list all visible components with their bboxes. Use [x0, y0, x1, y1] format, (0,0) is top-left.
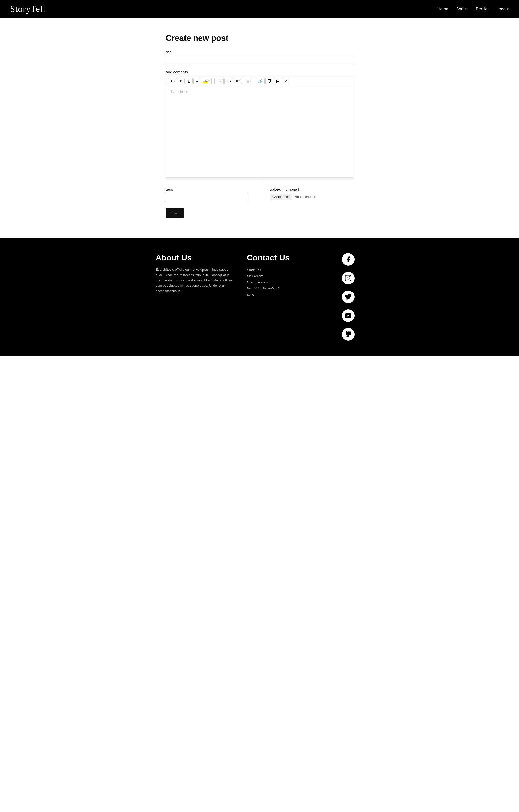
navbar: StoryTell Home Write Profile Logout — [0, 0, 519, 18]
table-toolbar-btn[interactable]: ⊞ ▾ — [245, 78, 253, 84]
fullscreen-toolbar-btn[interactable]: ⤢ — [282, 78, 289, 84]
post-button[interactable]: post — [166, 208, 184, 218]
about-text: Et architecto officiis eum et voluptas m… — [156, 267, 237, 294]
fullscreen-icon: ⤢ — [284, 79, 287, 83]
video-toolbar-btn[interactable]: ▶ — [274, 78, 281, 84]
image-toolbar-btn[interactable]: 🖼 — [265, 78, 273, 84]
github-icon[interactable] — [342, 328, 355, 341]
magic-chevron-icon: ▾ — [173, 80, 175, 82]
choose-file-button[interactable]: Choose file — [270, 194, 293, 200]
list-u-chevron-icon: ▾ — [220, 80, 221, 82]
align-chevron-icon: ▾ — [239, 80, 240, 82]
twitter-icon[interactable] — [342, 291, 355, 303]
facebook-icon[interactable] — [342, 253, 355, 266]
resize-handle-icon: •• — [258, 177, 261, 180]
color-a-icon: A — [203, 79, 208, 83]
toolbar-sep-1 — [213, 79, 213, 84]
color-chevron-icon: ▾ — [208, 80, 210, 82]
upload-section: upload thumbnail Choose file No file cho… — [270, 187, 353, 200]
list-unordered-toolbar-btn[interactable]: ☰ ▾ — [214, 78, 223, 84]
link-toolbar-btn[interactable]: 🔗 — [256, 78, 265, 84]
svg-rect-0 — [345, 275, 351, 281]
contents-label: add contents — [166, 70, 353, 74]
toolbar-sep-2 — [243, 79, 243, 84]
bold-toolbar-btn[interactable]: B — [177, 78, 185, 84]
footer-social — [333, 253, 363, 341]
link-icon: 🔗 — [258, 79, 263, 83]
about-heading: About Us — [156, 253, 237, 262]
color-toolbar-btn[interactable]: A ▾ — [201, 78, 212, 84]
nav-home-link[interactable]: Home — [437, 7, 448, 11]
svg-point-1 — [347, 277, 349, 279]
tags-label: tags — [166, 187, 249, 192]
image-icon: 🖼 — [267, 79, 271, 83]
instagram-icon[interactable] — [342, 272, 355, 284]
title-label: title — [166, 50, 353, 54]
file-input-wrapper: Choose file No file chosen — [270, 194, 353, 200]
video-icon: ▶ — [276, 79, 279, 83]
align-toolbar-btn[interactable]: ≡ ▾ — [234, 78, 242, 84]
contact-line-3: Example.com — [247, 280, 268, 284]
nav-links: Home Write Profile Logout — [437, 7, 509, 11]
magic-toolbar-btn[interactable]: ✦ ▾ — [168, 78, 177, 84]
youtube-icon[interactable] — [342, 309, 355, 322]
table-chevron-icon: ▾ — [250, 80, 251, 82]
editor-resize-bar[interactable]: •• — [166, 177, 353, 180]
tags-input[interactable] — [166, 193, 249, 201]
list-ordered-toolbar-btn[interactable]: ≣ ▾ — [224, 78, 233, 84]
site-logo: StoryTell — [10, 4, 45, 14]
contact-line-1: Email Us — [247, 268, 261, 272]
list-o-chevron-icon: ▾ — [230, 80, 231, 82]
nav-write-link[interactable]: Write — [458, 7, 467, 11]
editor-body[interactable]: Type here !! — [166, 86, 353, 177]
table-icon: ⊞ — [247, 79, 250, 83]
nav-profile-link[interactable]: Profile — [476, 7, 487, 11]
magic-icon: ✦ — [170, 79, 173, 83]
contact-heading: Contact Us — [247, 253, 328, 262]
underline-toolbar-btn[interactable]: U — [186, 78, 193, 84]
contact-address: Email Us Visit us at: Example.com Box 56… — [247, 267, 328, 298]
italic-toolbar-btn[interactable]: 𝒶 — [193, 78, 200, 84]
nav-logout-link[interactable]: Logout — [496, 7, 509, 11]
no-file-chosen-text: No file chosen — [295, 195, 316, 199]
upload-label: upload thumbnail — [270, 187, 353, 192]
footer-contact: Contact Us Email Us Visit us at: Example… — [247, 253, 333, 298]
footer-about: About Us Et architecto officiis eum et v… — [156, 253, 247, 294]
footer: About Us Et architecto officiis eum et v… — [0, 238, 519, 356]
list-ordered-icon: ≣ — [226, 79, 229, 83]
align-icon: ≡ — [236, 79, 238, 83]
editor-wrapper: ✦ ▾ B U 𝒶 A ▾ ☰ ▾ ≣ ▾ ≡ ▾ — [166, 76, 353, 180]
form-bottom-row: tags upload thumbnail Choose file No fil… — [166, 187, 353, 201]
editor-toolbar: ✦ ▾ B U 𝒶 A ▾ ☰ ▾ ≣ ▾ ≡ ▾ — [166, 76, 353, 86]
contact-line-5: USA — [247, 293, 254, 297]
svg-point-2 — [350, 276, 350, 277]
contact-line-4: Box 564, Disneyland — [247, 286, 278, 290]
title-input[interactable] — [166, 56, 353, 64]
tags-section: tags — [166, 187, 249, 201]
list-unordered-icon: ☰ — [216, 79, 220, 83]
footer-inner: About Us Et architecto officiis eum et v… — [156, 253, 363, 341]
main-content: Create new post title add contents ✦ ▾ B… — [156, 18, 363, 238]
page-title: Create new post — [166, 33, 353, 43]
contact-line-2: Visit us at: — [247, 274, 263, 278]
